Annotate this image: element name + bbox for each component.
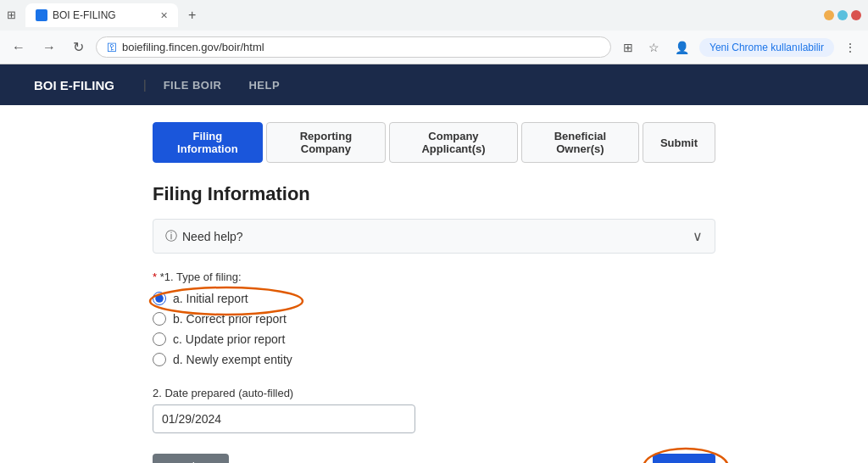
app-brand: BOI E-FILING <box>34 78 114 92</box>
nav-help[interactable]: HELP <box>235 79 293 92</box>
tab-close-button[interactable]: ✕ <box>160 10 168 21</box>
window-controls-icon: ⊞ <box>7 8 20 22</box>
url-text: boiefiling.fincen.gov/boir/html <box>122 41 264 53</box>
filing-type-section: * *1. Type of filing: a. Initial report <box>153 271 715 366</box>
radio-initial-report[interactable]: a. Initial report <box>153 292 715 305</box>
step-submit[interactable]: Submit <box>643 122 715 163</box>
nav-buttons-row: Previous Next <box>153 454 715 463</box>
radio-newly-exempt-entity-label: d. Newly exempt entity <box>173 353 292 366</box>
date-prepared-input[interactable] <box>153 404 415 433</box>
maximize-button[interactable] <box>837 10 848 20</box>
filing-type-label: * *1. Type of filing: <box>153 271 715 283</box>
step-reporting-company[interactable]: Reporting Company <box>266 122 386 163</box>
address-bar[interactable]: ⚿ boiefiling.fincen.gov/boir/html <box>96 36 611 58</box>
step-filing-information[interactable]: Filing Information <box>153 122 263 163</box>
radio-correct-prior-report[interactable]: b. Correct prior report <box>153 312 715 326</box>
forward-button[interactable]: → <box>37 36 61 59</box>
secure-icon: ⚿ <box>107 42 117 53</box>
help-label: ⓘ Need help? <box>165 229 243 244</box>
required-star: * <box>153 271 157 283</box>
new-tab-button[interactable]: + <box>183 6 201 25</box>
next-button[interactable]: Next <box>653 454 715 463</box>
page-title: Filing Information <box>153 183 715 205</box>
radio-update-prior-report[interactable]: c. Update prior report <box>153 332 715 346</box>
radio-initial-report-input[interactable] <box>153 292 166 305</box>
step-company-applicants[interactable]: Company Applicant(s) <box>389 122 518 163</box>
nav-divider: | <box>143 78 147 92</box>
radio-update-prior-report-label: c. Update prior report <box>173 332 285 346</box>
main-content: Filing Information Reporting Company Com… <box>0 105 868 463</box>
refresh-button[interactable]: ↻ <box>68 36 89 59</box>
translate-icon[interactable]: ⊞ <box>618 37 638 58</box>
profile-icon[interactable]: 👤 <box>670 37 694 58</box>
radio-newly-exempt-entity[interactable]: d. Newly exempt entity <box>153 353 715 366</box>
chevron-down-icon: ∨ <box>693 228 703 244</box>
date-prepared-label: 2. Date prepared (auto-filled) <box>153 387 715 399</box>
radio-correct-prior-report-input[interactable] <box>153 312 166 326</box>
steps-bar: Filing Information Reporting Company Com… <box>153 122 715 163</box>
tab-favicon <box>36 9 47 21</box>
back-button[interactable]: ← <box>7 36 31 59</box>
previous-button[interactable]: Previous <box>153 454 229 463</box>
step-beneficial-owners[interactable]: Beneficial Owner(s) <box>521 122 639 163</box>
close-button[interactable] <box>851 10 861 20</box>
radio-newly-exempt-entity-input[interactable] <box>153 353 166 366</box>
chrome-promo[interactable]: Yeni Chrome kullanılabilir <box>699 38 834 57</box>
nav-file-boir[interactable]: FILE BOIR <box>150 79 236 92</box>
menu-icon[interactable]: ⋮ <box>839 37 861 58</box>
radio-initial-report-label: a. Initial report <box>173 292 248 305</box>
bookmark-icon[interactable]: ☆ <box>643 37 665 58</box>
radio-update-prior-report-input[interactable] <box>153 332 166 346</box>
minimize-button[interactable] <box>824 10 834 20</box>
radio-correct-prior-report-label: b. Correct prior report <box>173 312 287 326</box>
tab-title: BOI E-FILING <box>53 9 116 21</box>
help-accordion[interactable]: ⓘ Need help? ∨ <box>153 219 715 254</box>
browser-tab[interactable]: BOI E-FILING ✕ <box>25 3 178 27</box>
app-navbar: BOI E-FILING | FILE BOIR HELP <box>0 64 868 105</box>
filing-type-radio-group: a. Initial report b. Correct prior repor… <box>153 292 715 366</box>
help-icon: ⓘ <box>165 229 177 244</box>
date-prepared-section: 2. Date prepared (auto-filled) <box>153 387 715 433</box>
